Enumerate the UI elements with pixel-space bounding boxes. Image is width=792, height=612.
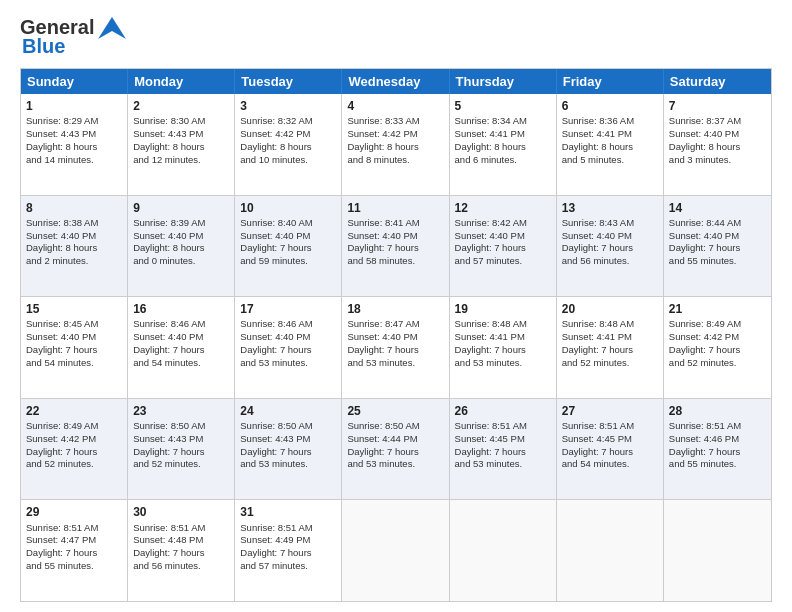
day-number: 26 bbox=[455, 403, 551, 419]
cal-cell: 11Sunrise: 8:41 AMSunset: 4:40 PMDayligh… bbox=[342, 196, 449, 297]
day-info-line: and 3 minutes. bbox=[669, 154, 766, 167]
day-number: 24 bbox=[240, 403, 336, 419]
cal-cell bbox=[557, 500, 664, 601]
day-number: 29 bbox=[26, 504, 122, 520]
page: General Blue SundayMondayTuesdayWednesda… bbox=[0, 0, 792, 612]
cal-cell: 4Sunrise: 8:33 AMSunset: 4:42 PMDaylight… bbox=[342, 94, 449, 195]
day-info-line: Sunrise: 8:34 AM bbox=[455, 115, 551, 128]
day-info-line: Sunset: 4:42 PM bbox=[669, 331, 766, 344]
day-info-line: and 12 minutes. bbox=[133, 154, 229, 167]
day-number: 13 bbox=[562, 200, 658, 216]
cal-cell: 27Sunrise: 8:51 AMSunset: 4:45 PMDayligh… bbox=[557, 399, 664, 500]
day-info-line: Sunset: 4:41 PM bbox=[562, 128, 658, 141]
header: General Blue bbox=[20, 16, 772, 58]
day-number: 10 bbox=[240, 200, 336, 216]
day-info-line: Sunrise: 8:40 AM bbox=[240, 217, 336, 230]
week-row-3: 15Sunrise: 8:45 AMSunset: 4:40 PMDayligh… bbox=[21, 296, 771, 398]
day-info-line: Sunrise: 8:51 AM bbox=[133, 522, 229, 535]
day-header-thursday: Thursday bbox=[450, 69, 557, 94]
cal-cell: 10Sunrise: 8:40 AMSunset: 4:40 PMDayligh… bbox=[235, 196, 342, 297]
day-number: 14 bbox=[669, 200, 766, 216]
day-info-line: and 52 minutes. bbox=[562, 357, 658, 370]
day-info-line: Sunset: 4:45 PM bbox=[562, 433, 658, 446]
day-info-line: Sunrise: 8:51 AM bbox=[562, 420, 658, 433]
day-number: 19 bbox=[455, 301, 551, 317]
day-info-line: and 53 minutes. bbox=[347, 357, 443, 370]
cal-cell: 2Sunrise: 8:30 AMSunset: 4:43 PMDaylight… bbox=[128, 94, 235, 195]
day-info-line: Sunrise: 8:51 AM bbox=[240, 522, 336, 535]
day-number: 21 bbox=[669, 301, 766, 317]
day-info-line: Sunrise: 8:33 AM bbox=[347, 115, 443, 128]
day-info-line: Sunrise: 8:37 AM bbox=[669, 115, 766, 128]
day-info-line: Sunset: 4:45 PM bbox=[455, 433, 551, 446]
cal-cell: 28Sunrise: 8:51 AMSunset: 4:46 PMDayligh… bbox=[664, 399, 771, 500]
week-row-5: 29Sunrise: 8:51 AMSunset: 4:47 PMDayligh… bbox=[21, 499, 771, 601]
day-info-line: and 55 minutes. bbox=[669, 458, 766, 471]
day-info-line: and 5 minutes. bbox=[562, 154, 658, 167]
day-number: 27 bbox=[562, 403, 658, 419]
cal-cell: 29Sunrise: 8:51 AMSunset: 4:47 PMDayligh… bbox=[21, 500, 128, 601]
day-number: 31 bbox=[240, 504, 336, 520]
day-info-line: and 10 minutes. bbox=[240, 154, 336, 167]
day-info-line: Sunrise: 8:46 AM bbox=[133, 318, 229, 331]
day-header-monday: Monday bbox=[128, 69, 235, 94]
day-number: 9 bbox=[133, 200, 229, 216]
day-info-line: Daylight: 7 hours bbox=[347, 446, 443, 459]
day-info-line: Daylight: 7 hours bbox=[133, 446, 229, 459]
day-number: 22 bbox=[26, 403, 122, 419]
day-info-line: and 56 minutes. bbox=[562, 255, 658, 268]
day-info-line: and 54 minutes. bbox=[562, 458, 658, 471]
day-info-line: Sunset: 4:40 PM bbox=[240, 331, 336, 344]
day-number: 20 bbox=[562, 301, 658, 317]
day-info-line: Sunrise: 8:46 AM bbox=[240, 318, 336, 331]
day-number: 16 bbox=[133, 301, 229, 317]
logo-blue: Blue bbox=[22, 35, 65, 58]
day-info-line: and 58 minutes. bbox=[347, 255, 443, 268]
day-info-line: Daylight: 7 hours bbox=[26, 344, 122, 357]
cal-cell: 7Sunrise: 8:37 AMSunset: 4:40 PMDaylight… bbox=[664, 94, 771, 195]
day-info-line: Sunset: 4:40 PM bbox=[26, 331, 122, 344]
day-number: 8 bbox=[26, 200, 122, 216]
cal-cell: 5Sunrise: 8:34 AMSunset: 4:41 PMDaylight… bbox=[450, 94, 557, 195]
day-info-line: and 53 minutes. bbox=[240, 458, 336, 471]
cal-cell: 1Sunrise: 8:29 AMSunset: 4:43 PMDaylight… bbox=[21, 94, 128, 195]
day-info-line: Daylight: 8 hours bbox=[669, 141, 766, 154]
day-info-line: Sunrise: 8:48 AM bbox=[455, 318, 551, 331]
logo: General Blue bbox=[20, 16, 126, 58]
day-info-line: Daylight: 7 hours bbox=[26, 547, 122, 560]
day-info-line: and 6 minutes. bbox=[455, 154, 551, 167]
day-info-line: Sunset: 4:41 PM bbox=[455, 128, 551, 141]
cal-cell bbox=[342, 500, 449, 601]
day-info-line: Sunrise: 8:50 AM bbox=[133, 420, 229, 433]
day-number: 4 bbox=[347, 98, 443, 114]
day-header-wednesday: Wednesday bbox=[342, 69, 449, 94]
day-info-line: and 8 minutes. bbox=[347, 154, 443, 167]
day-info-line: Sunrise: 8:45 AM bbox=[26, 318, 122, 331]
day-info-line: Sunset: 4:40 PM bbox=[562, 230, 658, 243]
cal-cell: 21Sunrise: 8:49 AMSunset: 4:42 PMDayligh… bbox=[664, 297, 771, 398]
day-number: 18 bbox=[347, 301, 443, 317]
day-header-tuesday: Tuesday bbox=[235, 69, 342, 94]
day-info-line: and 53 minutes. bbox=[455, 458, 551, 471]
day-info-line: Sunrise: 8:32 AM bbox=[240, 115, 336, 128]
day-info-line: Daylight: 7 hours bbox=[669, 446, 766, 459]
day-info-line: Daylight: 7 hours bbox=[669, 344, 766, 357]
day-header-saturday: Saturday bbox=[664, 69, 771, 94]
day-info-line: Daylight: 7 hours bbox=[240, 446, 336, 459]
day-info-line: Daylight: 8 hours bbox=[347, 141, 443, 154]
day-info-line: Daylight: 8 hours bbox=[562, 141, 658, 154]
day-info-line: Sunset: 4:43 PM bbox=[26, 128, 122, 141]
day-info-line: Sunset: 4:47 PM bbox=[26, 534, 122, 547]
cal-cell: 23Sunrise: 8:50 AMSunset: 4:43 PMDayligh… bbox=[128, 399, 235, 500]
day-number: 23 bbox=[133, 403, 229, 419]
day-info-line: and 55 minutes. bbox=[26, 560, 122, 573]
day-info-line: and 53 minutes. bbox=[455, 357, 551, 370]
cal-cell: 25Sunrise: 8:50 AMSunset: 4:44 PMDayligh… bbox=[342, 399, 449, 500]
day-number: 12 bbox=[455, 200, 551, 216]
day-number: 3 bbox=[240, 98, 336, 114]
day-info-line: Sunset: 4:43 PM bbox=[240, 433, 336, 446]
day-number: 17 bbox=[240, 301, 336, 317]
week-row-4: 22Sunrise: 8:49 AMSunset: 4:42 PMDayligh… bbox=[21, 398, 771, 500]
cal-cell bbox=[450, 500, 557, 601]
day-info-line: Daylight: 7 hours bbox=[347, 242, 443, 255]
